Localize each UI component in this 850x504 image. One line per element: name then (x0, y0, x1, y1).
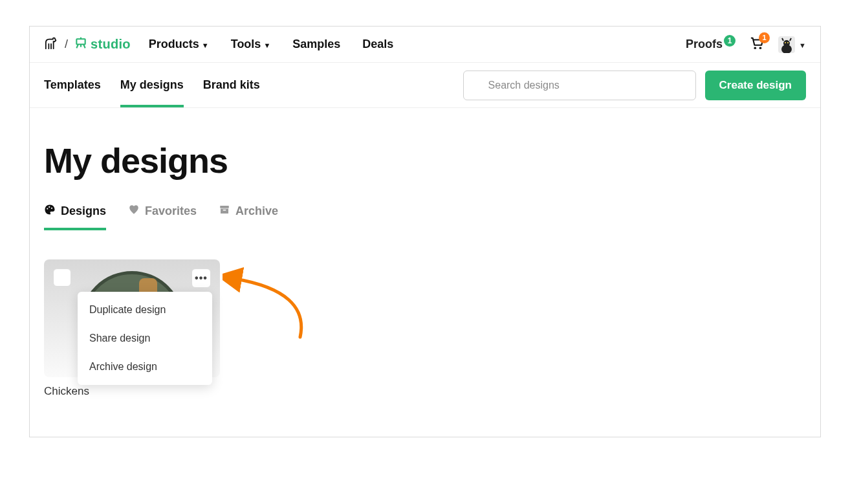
svg-point-6 (759, 47, 762, 49)
tab-my-designs[interactable]: My designs (120, 63, 184, 107)
create-design-button[interactable]: Create design (705, 71, 806, 100)
proofs-count-badge: 1 (724, 35, 736, 47)
nav-tools-label: Tools (231, 38, 261, 51)
ellipsis-icon: ••• (195, 272, 208, 284)
search-input[interactable] (463, 71, 696, 100)
nav-samples[interactable]: Samples (292, 38, 340, 51)
svg-rect-0 (76, 39, 85, 44)
top-nav-right: Proofs 1 1 (686, 36, 806, 53)
search-wrap (463, 71, 696, 100)
svg-rect-17 (221, 209, 228, 214)
nav-samples-label: Samples (292, 38, 340, 51)
brand-studio[interactable]: studio (74, 36, 131, 52)
proofs-label: Proofs (686, 38, 723, 51)
caret-down-icon: ▼ (799, 41, 806, 49)
design-grid: ••• Duplicate design Share design Archiv… (44, 259, 806, 398)
design-card[interactable]: ••• Duplicate design Share design Archiv… (44, 259, 220, 377)
top-nav-links: Products ▼ Tools ▼ Samples Deals (149, 38, 394, 51)
avatar-icon (778, 36, 795, 53)
sub-nav: Templates My designs Brand kits Create d… (30, 63, 820, 108)
svg-point-15 (51, 208, 52, 209)
sub-nav-tabs: Templates My designs Brand kits (44, 63, 260, 107)
brand-separator: / (65, 38, 68, 51)
svg-rect-16 (220, 206, 229, 208)
cart-button[interactable]: 1 (750, 37, 764, 52)
menu-share-design[interactable]: Share design (78, 324, 212, 353)
filter-favorites-label: Favorites (145, 204, 197, 218)
cart-count-badge: 1 (759, 32, 770, 43)
svg-point-5 (754, 47, 757, 49)
caret-down-icon: ▼ (263, 41, 270, 49)
tab-brand-kits[interactable]: Brand kits (203, 63, 260, 107)
filter-designs-label: Designs (61, 204, 106, 218)
brand-studio-label: studio (91, 37, 131, 52)
svg-point-13 (47, 208, 48, 209)
nav-deals-label: Deals (362, 38, 393, 51)
tab-brand-kits-label: Brand kits (203, 78, 260, 92)
svg-point-9 (785, 42, 786, 43)
nav-products-label: Products (149, 38, 199, 51)
horse-logo-icon (44, 37, 58, 52)
content-area: My designs Designs Favorites Archive (30, 108, 820, 437)
menu-duplicate-design[interactable]: Duplicate design (78, 296, 212, 324)
top-nav: / studio Products ▼ (30, 27, 820, 63)
tab-templates-label: Templates (44, 78, 101, 92)
menu-archive-design[interactable]: Archive design (78, 353, 212, 381)
app-frame: / studio Products ▼ (29, 26, 821, 437)
design-title: Chickens (44, 385, 806, 398)
heart-icon (128, 204, 140, 219)
page-title: My designs (44, 140, 806, 181)
filter-designs[interactable]: Designs (44, 204, 106, 230)
filter-favorites[interactable]: Favorites (128, 204, 197, 230)
svg-point-8 (783, 40, 790, 47)
account-menu[interactable]: ▼ (778, 36, 806, 53)
palette-icon (44, 204, 56, 219)
nav-products[interactable]: Products ▼ (149, 38, 209, 51)
annotation-arrow-icon (223, 253, 352, 344)
archive-icon (219, 204, 230, 219)
tab-templates[interactable]: Templates (44, 63, 101, 107)
easel-icon (74, 36, 87, 52)
filter-archive-label: Archive (235, 204, 278, 218)
svg-rect-18 (223, 210, 226, 211)
svg-point-14 (49, 206, 50, 208)
design-select-checkbox[interactable] (53, 268, 71, 287)
nav-deals[interactable]: Deals (362, 38, 393, 51)
design-more-button[interactable]: ••• (191, 268, 211, 288)
proofs-link[interactable]: Proofs 1 (686, 38, 736, 51)
filter-archive[interactable]: Archive (219, 204, 278, 230)
tab-my-designs-label: My designs (120, 78, 184, 92)
sub-nav-right: Create design (463, 71, 806, 100)
design-context-menu: Duplicate design Share design Archive de… (78, 292, 212, 385)
filter-tabs: Designs Favorites Archive (44, 204, 806, 231)
svg-point-10 (787, 42, 789, 43)
caret-down-icon: ▼ (202, 41, 209, 49)
nav-tools[interactable]: Tools ▼ (231, 38, 271, 51)
brand[interactable]: / studio (44, 36, 131, 52)
